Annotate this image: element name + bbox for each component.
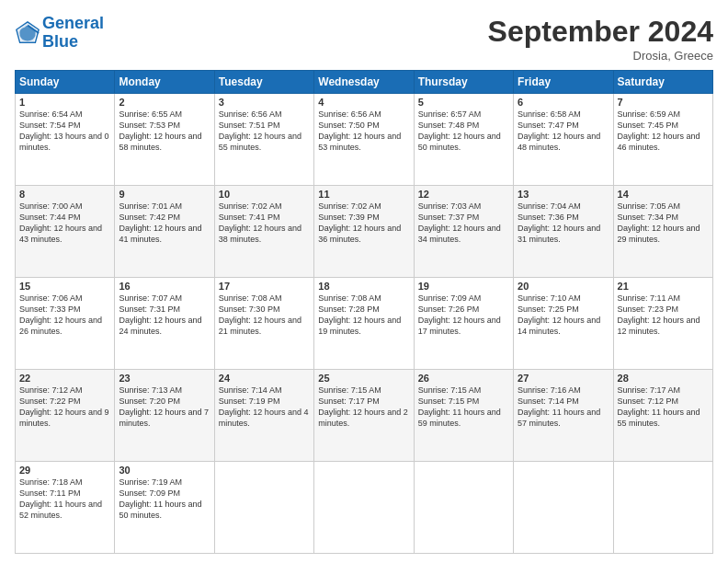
- calendar-cell-day-26: 26Sunrise: 7:15 AMSunset: 7:15 PMDayligh…: [414, 370, 513, 462]
- calendar-cell-day-14: 14Sunrise: 7:05 AMSunset: 7:34 PMDayligh…: [613, 186, 712, 278]
- day-header-wednesday: Wednesday: [314, 71, 414, 94]
- cell-content: Sunrise: 7:11 AMSunset: 7:23 PMDaylight:…: [618, 293, 709, 338]
- cell-content: Sunrise: 7:05 AMSunset: 7:34 PMDaylight:…: [618, 201, 709, 246]
- calendar-cell-day-27: 27Sunrise: 7:16 AMSunset: 7:14 PMDayligh…: [514, 370, 613, 462]
- header: General Blue September 2024 Drosia, Gree…: [15, 15, 713, 63]
- location: Drosia, Greece: [488, 49, 713, 63]
- calendar-cell-day-9: 9Sunrise: 7:01 AMSunset: 7:42 PMDaylight…: [115, 186, 214, 278]
- cell-content: Sunrise: 6:57 AMSunset: 7:48 PMDaylight:…: [418, 109, 509, 154]
- calendar-cell-empty: [414, 462, 513, 554]
- month-title: September 2024: [488, 15, 713, 49]
- day-number: 10: [219, 189, 310, 200]
- day-header-friday: Friday: [514, 71, 613, 94]
- calendar-cell-day-7: 7Sunrise: 6:59 AMSunset: 7:45 PMDaylight…: [613, 94, 712, 186]
- calendar: SundayMondayTuesdayWednesdayThursdayFrid…: [15, 70, 713, 554]
- calendar-cell-day-10: 10Sunrise: 7:02 AMSunset: 7:41 PMDayligh…: [214, 186, 313, 278]
- cell-content: Sunrise: 7:12 AMSunset: 7:22 PMDaylight:…: [19, 385, 110, 430]
- cell-content: Sunrise: 6:55 AMSunset: 7:53 PMDaylight:…: [119, 109, 210, 154]
- cell-content: Sunrise: 7:08 AMSunset: 7:30 PMDaylight:…: [219, 293, 310, 338]
- day-header-thursday: Thursday: [414, 71, 513, 94]
- cell-content: Sunrise: 7:09 AMSunset: 7:26 PMDaylight:…: [418, 293, 509, 338]
- calendar-cell-day-17: 17Sunrise: 7:08 AMSunset: 7:30 PMDayligh…: [214, 278, 313, 370]
- day-number: 2: [119, 97, 210, 108]
- cell-content: Sunrise: 7:13 AMSunset: 7:20 PMDaylight:…: [119, 385, 210, 430]
- day-number: 13: [518, 189, 609, 200]
- calendar-cell-empty: [514, 462, 613, 554]
- cell-content: Sunrise: 7:17 AMSunset: 7:12 PMDaylight:…: [618, 385, 709, 430]
- calendar-cell-day-25: 25Sunrise: 7:15 AMSunset: 7:17 PMDayligh…: [314, 370, 414, 462]
- calendar-cell-day-11: 11Sunrise: 7:02 AMSunset: 7:39 PMDayligh…: [314, 186, 414, 278]
- day-number: 11: [318, 189, 409, 200]
- day-number: 6: [518, 97, 609, 108]
- cell-content: Sunrise: 7:04 AMSunset: 7:36 PMDaylight:…: [518, 201, 609, 246]
- calendar-cell-day-22: 22Sunrise: 7:12 AMSunset: 7:22 PMDayligh…: [16, 370, 115, 462]
- cell-content: Sunrise: 6:58 AMSunset: 7:47 PMDaylight:…: [518, 109, 609, 154]
- calendar-cell-day-30: 30Sunrise: 7:19 AMSunset: 7:09 PMDayligh…: [115, 462, 214, 554]
- cell-content: Sunrise: 6:59 AMSunset: 7:45 PMDaylight:…: [618, 109, 709, 154]
- calendar-week-2: 8Sunrise: 7:00 AMSunset: 7:44 PMDaylight…: [16, 186, 713, 278]
- day-number: 9: [119, 189, 210, 200]
- day-number: 4: [318, 97, 409, 108]
- calendar-cell-day-21: 21Sunrise: 7:11 AMSunset: 7:23 PMDayligh…: [613, 278, 712, 370]
- page: General Blue September 2024 Drosia, Gree…: [0, 0, 728, 563]
- calendar-cell-day-8: 8Sunrise: 7:00 AMSunset: 7:44 PMDaylight…: [16, 186, 115, 278]
- calendar-week-1: 1Sunrise: 6:54 AMSunset: 7:54 PMDaylight…: [16, 94, 713, 186]
- calendar-cell-empty: [314, 462, 414, 554]
- title-block: September 2024 Drosia, Greece: [488, 15, 713, 63]
- calendar-cell-day-19: 19Sunrise: 7:09 AMSunset: 7:26 PMDayligh…: [414, 278, 513, 370]
- day-number: 5: [418, 97, 509, 108]
- cell-content: Sunrise: 7:03 AMSunset: 7:37 PMDaylight:…: [418, 201, 509, 246]
- day-header-saturday: Saturday: [613, 71, 712, 94]
- day-number: 3: [219, 97, 310, 108]
- cell-content: Sunrise: 7:06 AMSunset: 7:33 PMDaylight:…: [19, 293, 110, 338]
- calendar-cell-day-20: 20Sunrise: 7:10 AMSunset: 7:25 PMDayligh…: [514, 278, 613, 370]
- cell-content: Sunrise: 6:56 AMSunset: 7:51 PMDaylight:…: [219, 109, 310, 154]
- cell-content: Sunrise: 7:10 AMSunset: 7:25 PMDaylight:…: [518, 293, 609, 338]
- calendar-cell-day-13: 13Sunrise: 7:04 AMSunset: 7:36 PMDayligh…: [514, 186, 613, 278]
- calendar-cell-day-4: 4Sunrise: 6:56 AMSunset: 7:50 PMDaylight…: [314, 94, 414, 186]
- day-header-monday: Monday: [115, 71, 214, 94]
- calendar-cell-empty: [613, 462, 712, 554]
- day-number: 19: [418, 281, 509, 292]
- calendar-header-row: SundayMondayTuesdayWednesdayThursdayFrid…: [16, 71, 713, 94]
- day-number: 30: [119, 465, 210, 476]
- day-number: 16: [119, 281, 210, 292]
- day-number: 8: [19, 189, 110, 200]
- cell-content: Sunrise: 7:00 AMSunset: 7:44 PMDaylight:…: [19, 201, 110, 246]
- day-number: 25: [318, 373, 409, 384]
- calendar-cell-empty: [214, 462, 313, 554]
- cell-content: Sunrise: 6:54 AMSunset: 7:54 PMDaylight:…: [19, 109, 110, 154]
- day-number: 24: [219, 373, 310, 384]
- cell-content: Sunrise: 7:14 AMSunset: 7:19 PMDaylight:…: [219, 385, 310, 430]
- calendar-cell-day-18: 18Sunrise: 7:08 AMSunset: 7:28 PMDayligh…: [314, 278, 414, 370]
- logo-line1: General: [42, 15, 104, 33]
- calendar-cell-day-24: 24Sunrise: 7:14 AMSunset: 7:19 PMDayligh…: [214, 370, 313, 462]
- calendar-cell-day-12: 12Sunrise: 7:03 AMSunset: 7:37 PMDayligh…: [414, 186, 513, 278]
- cell-content: Sunrise: 7:02 AMSunset: 7:39 PMDaylight:…: [318, 201, 409, 246]
- day-header-sunday: Sunday: [16, 71, 115, 94]
- cell-content: Sunrise: 7:01 AMSunset: 7:42 PMDaylight:…: [119, 201, 210, 246]
- calendar-cell-day-5: 5Sunrise: 6:57 AMSunset: 7:48 PMDaylight…: [414, 94, 513, 186]
- cell-content: Sunrise: 7:18 AMSunset: 7:11 PMDaylight:…: [19, 477, 110, 522]
- calendar-cell-day-1: 1Sunrise: 6:54 AMSunset: 7:54 PMDaylight…: [16, 94, 115, 186]
- day-number: 29: [19, 465, 110, 476]
- calendar-week-5: 29Sunrise: 7:18 AMSunset: 7:11 PMDayligh…: [16, 462, 713, 554]
- day-number: 18: [318, 281, 409, 292]
- cell-content: Sunrise: 7:02 AMSunset: 7:41 PMDaylight:…: [219, 201, 310, 246]
- cell-content: Sunrise: 7:15 AMSunset: 7:15 PMDaylight:…: [418, 385, 509, 430]
- day-number: 14: [618, 189, 709, 200]
- day-number: 28: [618, 373, 709, 384]
- day-number: 20: [518, 281, 609, 292]
- day-number: 15: [19, 281, 110, 292]
- cell-content: Sunrise: 7:16 AMSunset: 7:14 PMDaylight:…: [518, 385, 609, 430]
- calendar-cell-day-15: 15Sunrise: 7:06 AMSunset: 7:33 PMDayligh…: [16, 278, 115, 370]
- calendar-week-3: 15Sunrise: 7:06 AMSunset: 7:33 PMDayligh…: [16, 278, 713, 370]
- calendar-cell-day-16: 16Sunrise: 7:07 AMSunset: 7:31 PMDayligh…: [115, 278, 214, 370]
- calendar-cell-day-2: 2Sunrise: 6:55 AMSunset: 7:53 PMDaylight…: [115, 94, 214, 186]
- cell-content: Sunrise: 7:19 AMSunset: 7:09 PMDaylight:…: [119, 477, 210, 522]
- logo-icon: [15, 20, 40, 46]
- day-number: 7: [618, 97, 709, 108]
- calendar-week-4: 22Sunrise: 7:12 AMSunset: 7:22 PMDayligh…: [16, 370, 713, 462]
- calendar-cell-day-6: 6Sunrise: 6:58 AMSunset: 7:47 PMDaylight…: [514, 94, 613, 186]
- day-number: 1: [19, 97, 110, 108]
